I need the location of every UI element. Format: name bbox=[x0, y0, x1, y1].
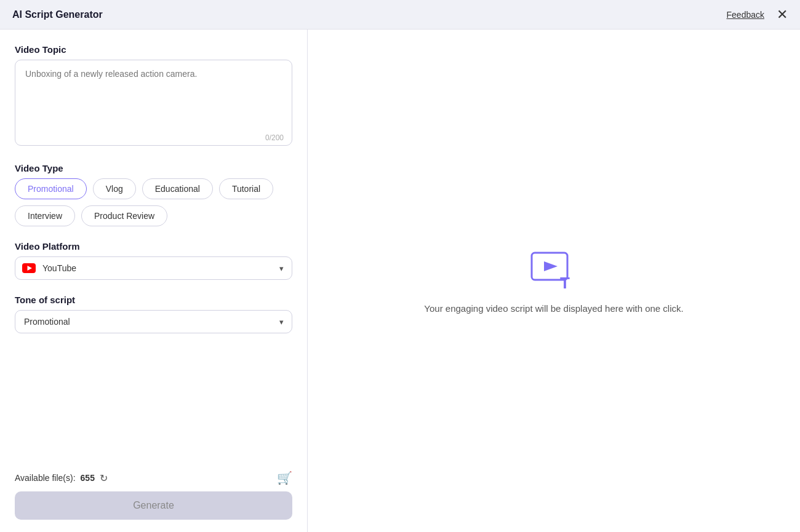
svg-text:T: T bbox=[560, 274, 570, 291]
video-type-chips: PromotionalVlogEducationalTutorialInterv… bbox=[15, 178, 292, 226]
topbar: AI Script Generator Feedback ✕ bbox=[0, 0, 800, 30]
video-type-label: Video Type bbox=[15, 163, 292, 173]
platform-dropdown-wrapper: YouTubeTikTokInstagramFacebook ▾ bbox=[15, 256, 292, 280]
tone-label: Tone of script bbox=[15, 295, 292, 305]
tone-select[interactable]: PromotionalCasualFormalHumorousInspirati… bbox=[15, 310, 292, 333]
app-title: AI Script Generator bbox=[12, 9, 103, 20]
cart-icon[interactable]: 🛒 bbox=[277, 470, 292, 485]
topic-textarea[interactable] bbox=[15, 60, 292, 146]
files-row: Available file(s): 655 ↻ 🛒 bbox=[15, 470, 292, 485]
close-button[interactable]: ✕ bbox=[777, 8, 788, 22]
video-topic-label: Video Topic bbox=[15, 44, 292, 55]
topic-textarea-wrapper: 0/200 bbox=[15, 60, 292, 148]
video-type-section: Video Type PromotionalVlogEducationalTut… bbox=[15, 163, 292, 226]
generate-button[interactable]: Generate bbox=[15, 491, 292, 520]
chip-tutorial[interactable]: Tutorial bbox=[219, 178, 273, 199]
available-files-count: 655 bbox=[81, 473, 95, 483]
chip-educational[interactable]: Educational bbox=[142, 178, 213, 199]
video-platform-label: Video Platform bbox=[15, 241, 292, 252]
platform-select[interactable]: YouTubeTikTokInstagramFacebook bbox=[15, 256, 292, 280]
feedback-link[interactable]: Feedback bbox=[727, 10, 764, 20]
script-placeholder-icon: T bbox=[529, 248, 578, 293]
svg-marker-3 bbox=[544, 261, 558, 271]
video-platform-section: Video Platform YouTubeTikTokInstagramFac… bbox=[15, 241, 292, 280]
script-placeholder-text: Your engaging video script will be displ… bbox=[424, 303, 683, 314]
chip-interview[interactable]: Interview bbox=[15, 205, 75, 226]
topbar-right: Feedback ✕ bbox=[727, 8, 788, 22]
right-panel: T Your engaging video script will be dis… bbox=[308, 30, 800, 532]
main-layout: Video Topic 0/200 Video Type Promotional… bbox=[0, 30, 800, 532]
available-files-label: Available file(s): bbox=[15, 473, 76, 483]
tone-section: Tone of script PromotionalCasualFormalHu… bbox=[15, 295, 292, 333]
refresh-icon[interactable]: ↻ bbox=[100, 472, 108, 484]
chip-product-review[interactable]: Product Review bbox=[81, 205, 167, 226]
chip-vlog[interactable]: Vlog bbox=[93, 178, 136, 199]
chip-promotional[interactable]: Promotional bbox=[15, 178, 87, 199]
bottom-area: Available file(s): 655 ↻ 🛒 Generate bbox=[15, 470, 292, 520]
left-panel: Video Topic 0/200 Video Type Promotional… bbox=[0, 30, 308, 532]
video-topic-section: Video Topic 0/200 bbox=[15, 44, 292, 148]
available-files: Available file(s): 655 ↻ bbox=[15, 472, 108, 484]
tone-dropdown-wrapper: PromotionalCasualFormalHumorousInspirati… bbox=[15, 310, 292, 333]
char-count: 0/200 bbox=[265, 133, 284, 142]
